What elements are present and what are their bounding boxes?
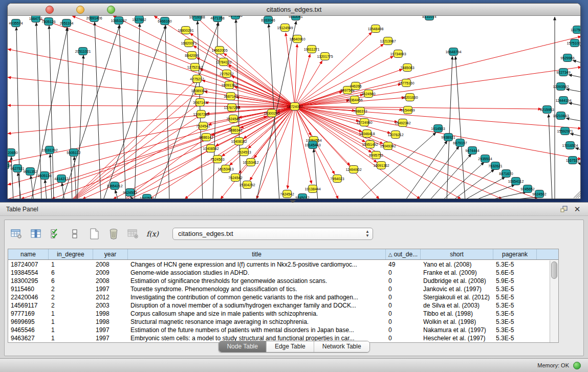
network-node[interactable]: 10654112: [508, 178, 524, 185]
table-row[interactable]: 2242004622012Investigating the contribut…: [8, 293, 550, 301]
table-row[interactable]: 911546021997Tourette syndrome. Phenomeno…: [8, 285, 550, 293]
select-all-rows-button[interactable]: [49, 228, 62, 240]
network-node[interactable]: 20691406: [86, 16, 102, 22]
create-table-button[interactable]: [88, 228, 101, 240]
table-row[interactable]: 969969511998Structural magnetic resonanc…: [8, 318, 550, 326]
network-node[interactable]: 2275212: [220, 70, 233, 78]
window-titlebar[interactable]: citations_edges.txt: [8, 4, 580, 16]
table-row[interactable]: 1830029562008Estimation of significance …: [8, 277, 550, 285]
table-vertical-scrollbar[interactable]: [550, 260, 558, 342]
network-node[interactable]: 15124549: [277, 24, 293, 32]
network-node[interactable]: 15775160: [398, 79, 414, 87]
network-node[interactable]: 9529966: [560, 54, 574, 62]
network-node[interactable]: 16091362: [373, 162, 389, 169]
network-node[interactable]: 9627531: [10, 165, 24, 172]
network-node[interactable]: 9227349: [556, 69, 570, 76]
network-node[interactable]: 746266: [350, 82, 361, 90]
network-node[interactable]: 16820071: [181, 39, 197, 47]
network-node[interactable]: 9245012: [295, 194, 309, 199]
network-node[interactable]: 15724980: [356, 119, 372, 126]
network-node[interactable]: 9163041: [289, 16, 302, 20]
network-node[interactable]: 7524503: [210, 156, 224, 163]
network-node[interactable]: 8215953: [540, 106, 554, 114]
network-node[interactable]: 8131074: [422, 16, 436, 20]
network-node[interactable]: 9505136: [37, 172, 51, 180]
network-node[interactable]: 4035574: [9, 19, 23, 27]
network-canvas[interactable]: 1872400715124549166409101961127113201775…: [8, 16, 580, 199]
network-node[interactable]: 16153412: [243, 159, 258, 166]
close-panel-icon[interactable]: ✕: [573, 205, 582, 214]
network-node[interactable]: 9245652: [520, 185, 534, 193]
network-node[interactable]: 1347522: [140, 194, 154, 199]
column-header-in_degree[interactable]: in_degree: [49, 249, 93, 259]
network-node[interactable]: 3067143: [193, 99, 207, 106]
network-node[interactable]: 3624560: [361, 90, 375, 98]
network-node[interactable]: 1014503: [431, 125, 445, 133]
network-node[interactable]: 15049342: [380, 142, 396, 150]
table-row[interactable]: 946554611997Estimation of the future num…: [8, 326, 550, 334]
delete-table-button[interactable]: [107, 228, 120, 240]
column-header-year[interactable]: year: [93, 249, 128, 259]
column-header-out_de[interactable]: △out_de...: [386, 249, 421, 259]
network-node[interactable]: 19611271: [304, 46, 320, 53]
network-node[interactable]: 15304292: [239, 181, 255, 189]
network-node[interactable]: 12784132: [215, 58, 231, 66]
network-node[interactable]: 12213987: [380, 37, 396, 45]
scrollbar-thumb[interactable]: [551, 261, 557, 279]
network-node[interactable]: 6466160: [158, 17, 171, 25]
table-row[interactable]: 1872400712008Changes of HCN gene express…: [8, 260, 550, 269]
network-node[interactable]: 7805126: [41, 18, 55, 26]
tab-edge-table[interactable]: Edge Table: [267, 341, 314, 352]
network-node[interactable]: 2620650: [8, 149, 18, 157]
network-node[interactable]: 12076212: [387, 131, 403, 139]
network-node[interactable]: 1167533: [566, 157, 580, 164]
network-node[interactable]: 7632621: [488, 162, 502, 170]
table-row[interactable]: 977716911998Corpus callosum shape and si…: [8, 310, 550, 318]
network-node[interactable]: 4671358: [210, 16, 224, 22]
network-node[interactable]: 16153413: [217, 165, 233, 173]
network-node[interactable]: 1527602: [132, 16, 146, 24]
network-node[interactable]: 9051352: [23, 168, 37, 176]
network-node[interactable]: 7954023: [330, 175, 344, 183]
network-node[interactable]: 4414212: [54, 175, 68, 183]
column-header-pagerank[interactable]: pagerank: [493, 249, 537, 259]
network-graph[interactable]: 1872400715124549166409101961127113201775…: [8, 16, 580, 199]
network-node[interactable]: 15751024: [567, 39, 580, 47]
network-node[interactable]: 10719188: [189, 16, 205, 21]
table-row[interactable]: 1938455462009Genome-wide association stu…: [8, 269, 550, 277]
network-node[interactable]: 9474444: [465, 147, 479, 155]
network-node[interactable]: 16648794: [445, 48, 461, 56]
network-node[interactable]: 20511021: [75, 48, 91, 55]
network-node[interactable]: 7485083: [400, 64, 414, 72]
tab-node-table[interactable]: Node Table: [219, 341, 267, 352]
network-node[interactable]: 8471670: [499, 170, 513, 178]
network-node[interactable]: 12752112: [187, 63, 203, 71]
network-node[interactable]: 13767282: [224, 104, 239, 112]
network-node[interactable]: 14662005: [211, 47, 227, 54]
network-node[interactable]: 9938921: [441, 134, 455, 141]
function-builder-button[interactable]: f(x): [146, 228, 159, 240]
network-node[interactable]: 2051104: [60, 19, 74, 27]
network-node[interactable]: 10089302: [191, 87, 207, 95]
network-node[interactable]: 3667143: [224, 93, 237, 100]
column-header-name[interactable]: name: [8, 249, 49, 259]
network-node[interactable]: 13201775: [317, 53, 333, 60]
network-node[interactable]: 4275212: [190, 75, 204, 83]
canvas-resize-grip[interactable]: [574, 191, 580, 198]
network-node[interactable]: 19138444: [304, 185, 320, 193]
network-node[interactable]: 9624502: [532, 190, 546, 198]
network-node[interactable]: 7424542: [280, 190, 294, 198]
network-node[interactable]: 7524513: [237, 148, 251, 156]
column-header-short[interactable]: short: [421, 249, 493, 259]
column-header-title[interactable]: title: [128, 249, 386, 259]
network-node[interactable]: 11548498: [368, 25, 384, 33]
network-node[interactable]: 7524541: [226, 115, 240, 123]
float-panel-icon[interactable]: [559, 205, 569, 214]
table-row[interactable]: 1456911722003Disruption of a novel membe…: [8, 301, 550, 310]
table-mode-button[interactable]: [10, 228, 23, 240]
row-height-button[interactable]: [68, 228, 81, 240]
tab-network-table[interactable]: Network Table: [314, 341, 369, 352]
show-columns-button[interactable]: [29, 228, 42, 240]
network-node[interactable]: 2935514: [478, 155, 492, 163]
network-node[interactable]: 1117503: [571, 26, 580, 34]
